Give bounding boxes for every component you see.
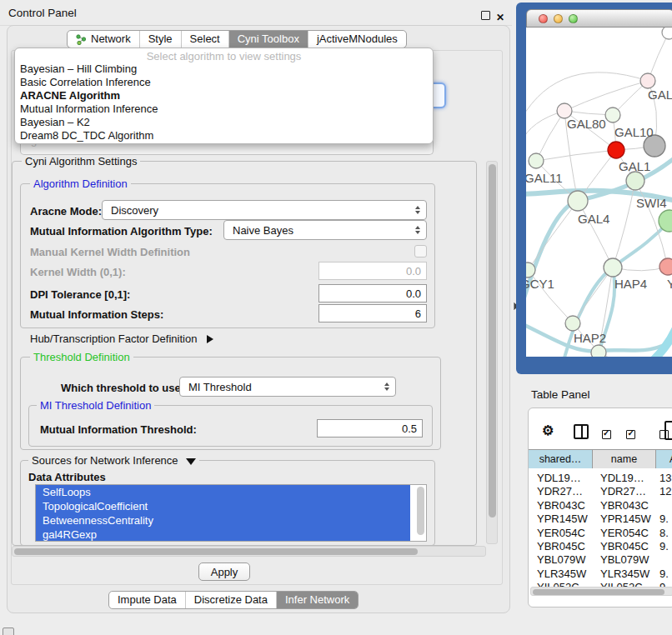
table-hscrollbar-thumb[interactable]: [533, 589, 664, 595]
mac-minimize-icon[interactable]: [554, 14, 563, 23]
tab-jactivemnodules[interactable]: jActiveMNodules: [308, 31, 406, 48]
mac-zoom-icon[interactable]: [569, 14, 578, 23]
node-salmon[interactable]: [659, 258, 672, 275]
tab-cyni-toolbox[interactable]: Cyni Toolbox: [229, 31, 308, 48]
tab-infer-network-label: Infer Network: [285, 592, 349, 608]
node-label: GAL4: [578, 212, 609, 226]
node-gal11[interactable]: [529, 153, 544, 168]
cell-shared: YBR043C: [529, 499, 593, 512]
node-gal-partial[interactable]: [640, 73, 655, 88]
node-unlabeled-bottom[interactable]: [591, 345, 606, 357]
dropdown-item-bayesian-hill-climbing[interactable]: Bayesian – Hill Climbing: [15, 62, 433, 76]
aracne-mode-combo[interactable]: Discovery: [102, 200, 427, 220]
node-label: GAL: [648, 88, 672, 102]
table-row[interactable]: YER054CYER054C8.: [529, 527, 672, 540]
hub-definition-toggle[interactable]: Hub/Transcription Factor Definition: [30, 332, 213, 345]
cell-shared: YLR345W: [529, 568, 593, 581]
node-hap4[interactable]: [604, 258, 622, 277]
cell-name: YDR27…: [593, 485, 656, 498]
table-row[interactable]: YDR27…YDR27…12: [529, 485, 672, 498]
settings-hscrollbar-track[interactable]: [12, 546, 486, 557]
settings-vscrollbar-track[interactable]: [486, 161, 498, 544]
apply-button[interactable]: Apply: [198, 562, 250, 581]
tab-select[interactable]: Select: [182, 31, 229, 48]
column-header-shared[interactable]: shared…: [529, 450, 593, 468]
cell-name: YER054C: [593, 527, 656, 540]
node-gal10[interactable]: [605, 108, 620, 122]
control-panel-tabbar: Network Style Select Cyni Toolbox jActiv…: [67, 30, 407, 48]
mi-type-combo[interactable]: Naive Bayes: [223, 220, 427, 240]
tab-style[interactable]: Style: [140, 31, 182, 48]
table-rows-viewport: YDL19…YDL19…13 YDR27…YDR27…12 YBR043CYBR…: [529, 468, 672, 587]
which-threshold-value: MI Threshold: [188, 381, 252, 393]
list-item-betweennesscentrality[interactable]: BetweennessCentrality: [36, 513, 410, 528]
network-canvas[interactable]: GAL GAL80 GAL10 GAL1 GAL11 SWI4 GAL4 GCY…: [526, 28, 672, 357]
mi-steps-label: Mutual Information Steps:: [30, 308, 163, 321]
column-header-name[interactable]: name: [593, 450, 656, 468]
checked-checkbox-icon[interactable]: [602, 430, 611, 439]
list-item-topologicalcoefficient[interactable]: TopologicalCoefficient: [36, 499, 410, 513]
tab-network[interactable]: Network: [68, 31, 140, 48]
dpi-tolerance-value: 0.0: [406, 288, 421, 300]
kernel-width-value: 0.0: [406, 265, 421, 278]
table-row[interactable]: YBL079WYBL079W: [529, 553, 672, 567]
tab-network-label: Network: [91, 31, 131, 48]
list-item-selfloops[interactable]: SelfLoops: [36, 485, 410, 499]
list-scrollbar-thumb[interactable]: [417, 487, 424, 535]
checked-checkbox-icon[interactable]: [626, 430, 635, 439]
dropdown-item-dream8[interactable]: Dream8 DC_TDC Algorithm: [15, 129, 433, 142]
dropdown-item-mutual-information[interactable]: Mutual Information Inference: [15, 102, 433, 116]
node-unlabeled-top[interactable]: [662, 28, 672, 39]
kernel-width-field[interactable]: 0.0: [318, 262, 427, 280]
network-window-titlebar[interactable]: [526, 9, 672, 28]
settings-hscrollbar-thumb[interactable]: [14, 548, 418, 555]
aracne-mode-value: Discovery: [111, 204, 158, 217]
mi-steps-field[interactable]: 6: [318, 304, 427, 322]
cell-shared: YBR045C: [529, 540, 593, 553]
table-row[interactable]: YBR043CYBR043C: [529, 499, 672, 512]
node-label: GAL11: [526, 171, 563, 185]
table-row[interactable]: YLR345WYLR345W9.: [529, 568, 672, 581]
dropdown-item-bayesian-k2[interactable]: Bayesian – K2: [15, 116, 433, 129]
tab-discretize-data[interactable]: Discretize Data: [186, 592, 277, 608]
close-panel-icon[interactable]: [496, 9, 504, 24]
dpi-tolerance-field[interactable]: 0.0: [318, 284, 427, 302]
expand-right-icon: [207, 335, 213, 343]
table-hscrollbar-track[interactable]: [530, 587, 672, 596]
node-label: GAL10: [614, 125, 654, 139]
cell-shared: YDL19…: [529, 472, 593, 485]
tab-discretize-data-label: Discretize Data: [194, 592, 268, 608]
dropdown-item-aracne[interactable]: ARACNE Algorithm: [15, 89, 433, 102]
mi-threshold-value: 0.5: [402, 422, 417, 435]
node-swi4[interactable]: [626, 172, 644, 190]
cell-shared: YER054C: [529, 527, 593, 540]
network-graph: [526, 28, 672, 357]
settings-vscrollbar-thumb[interactable]: [489, 164, 496, 518]
columns-icon[interactable]: [574, 424, 589, 439]
mi-threshold-field[interactable]: 0.5: [317, 419, 423, 438]
tab-impute-data[interactable]: Impute Data: [109, 592, 186, 608]
column-header-partial[interactable]: A: [656, 450, 672, 468]
table-row[interactable]: YDL19…YDL19…13: [529, 472, 672, 485]
node-hap2[interactable]: [565, 316, 580, 331]
gear-icon[interactable]: [542, 422, 554, 438]
kernel-width-label: Kernel Width (0,1):: [30, 266, 126, 278]
manual-kernel-checkbox[interactable]: [414, 245, 427, 258]
table-row[interactable]: YPR145WYPR145W9.: [529, 512, 672, 526]
table-row[interactable]: YIL052CYIL052C9.: [529, 581, 672, 587]
tab-infer-network[interactable]: Infer Network: [277, 592, 358, 608]
dropdown-item-basic-correlation[interactable]: Basic Correlation Inference: [15, 76, 433, 89]
panel-title: Control Panel: [8, 7, 77, 19]
node-gal4[interactable]: [568, 191, 588, 211]
node-gal1-red[interactable]: [608, 142, 624, 158]
mac-close-icon[interactable]: [539, 14, 548, 23]
which-threshold-combo[interactable]: MI Threshold: [179, 377, 396, 397]
float-panel-icon[interactable]: [481, 11, 490, 20]
table-row[interactable]: YBR045CYBR045C9.: [529, 540, 672, 553]
sources-title: Sources for Network Inference: [32, 454, 178, 467]
list-item-gal4rgexp[interactable]: gal4RGexp: [36, 528, 410, 542]
network-tab-icon: [76, 34, 87, 45]
sources-toggle[interactable]: Sources for Network Inference: [28, 455, 199, 466]
bottom-left-partial-icon[interactable]: [3, 628, 14, 635]
document-icon[interactable]: [664, 421, 672, 440]
